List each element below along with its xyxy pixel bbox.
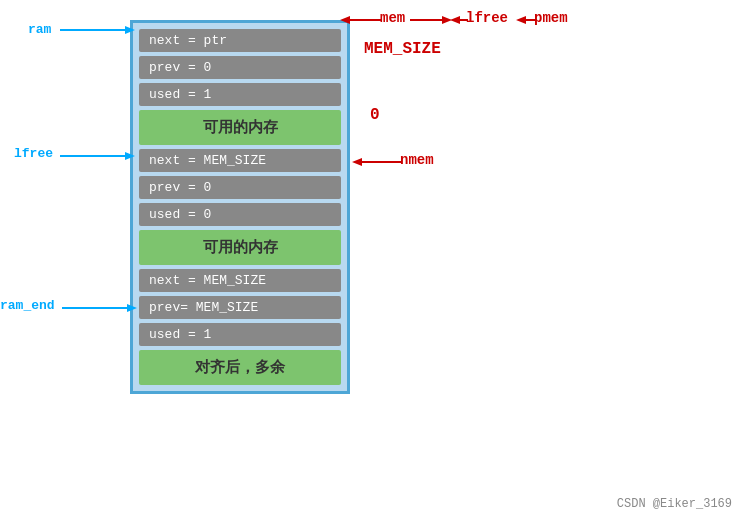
memory-diagram: next = ptr prev = 0 used = 1 可用的内存 next … [130, 20, 350, 394]
lfree-arrow1 [60, 150, 135, 162]
svg-marker-12 [516, 16, 526, 24]
ram-end-label: ram_end [0, 298, 55, 313]
ram-end-arrow [62, 302, 137, 314]
svg-marker-10 [450, 16, 460, 24]
memory-block: next = ptr prev = 0 used = 1 可用的内存 next … [130, 20, 350, 394]
svg-marker-14 [352, 158, 362, 166]
svg-marker-1 [125, 26, 135, 34]
block2-next: next = MEM_SIZE [139, 149, 341, 172]
mem-label: mem [380, 10, 405, 26]
block1-next: next = ptr [139, 29, 341, 52]
block2-prev: prev = 0 [139, 176, 341, 199]
pmem-arrow [516, 14, 536, 26]
mem-size-label: MEM_SIZE [364, 40, 441, 58]
lfree-left1-label: lfree [14, 146, 53, 161]
svg-marker-3 [125, 152, 135, 160]
ram-label: ram [28, 22, 51, 37]
lfree-right-label: lfree [466, 10, 508, 26]
zero-label: 0 [370, 106, 380, 124]
block3-used: used = 1 [139, 323, 341, 346]
lfree-right-arrow [450, 14, 468, 26]
available-mem-2: 可用的内存 [139, 230, 341, 265]
pmem-label: pmem [534, 10, 568, 26]
ram-arrow [60, 24, 135, 36]
available-mem-1: 可用的内存 [139, 110, 341, 145]
block2-used: used = 0 [139, 203, 341, 226]
available-mem-3: 对齐后，多余 [139, 350, 341, 385]
block1-used: used = 1 [139, 83, 341, 106]
svg-marker-6 [340, 16, 350, 24]
block1-prev: prev = 0 [139, 56, 341, 79]
block3-next: next = MEM_SIZE [139, 269, 341, 292]
block3-prev: prev= MEM_SIZE [139, 296, 341, 319]
nmem-arrow [352, 156, 402, 168]
mem-arrow2 [410, 14, 452, 26]
watermark: CSDN @Eiker_3169 [617, 497, 732, 511]
svg-marker-5 [127, 304, 137, 312]
nmem-label: nmem [400, 152, 434, 168]
mem-arrow [340, 14, 382, 26]
